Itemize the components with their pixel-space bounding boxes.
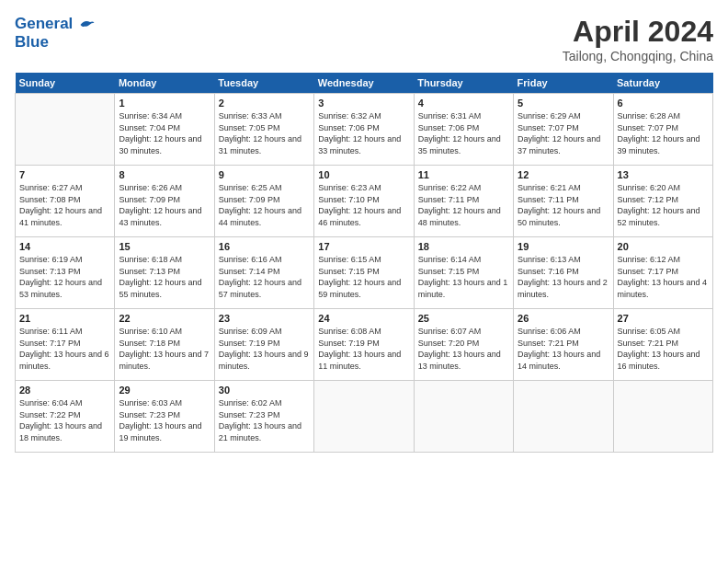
month-title: April 2024	[563, 15, 713, 49]
day-number: 1	[119, 98, 210, 109]
day-info: Sunrise: 6:08 AMSunset: 7:19 PMDaylight:…	[318, 326, 409, 372]
table-row	[16, 94, 115, 166]
day-info: Sunrise: 6:11 AMSunset: 7:17 PMDaylight:…	[19, 326, 110, 372]
title-block: April 2024 Tailong, Chongqing, China	[563, 15, 713, 63]
table-row: 24Sunrise: 6:08 AMSunset: 7:19 PMDayligh…	[314, 309, 414, 381]
day-number: 28	[19, 385, 110, 396]
calendar-week-row: 28Sunrise: 6:04 AMSunset: 7:22 PMDayligh…	[16, 381, 713, 453]
day-number: 8	[119, 169, 210, 180]
day-number: 9	[219, 169, 310, 180]
calendar-week-row: 21Sunrise: 6:11 AMSunset: 7:17 PMDayligh…	[16, 309, 713, 381]
day-info: Sunrise: 6:34 AMSunset: 7:04 PMDaylight:…	[119, 110, 210, 156]
day-info: Sunrise: 6:03 AMSunset: 7:23 PMDaylight:…	[119, 397, 210, 443]
day-number: 22	[119, 313, 210, 324]
table-row: 1Sunrise: 6:34 AMSunset: 7:04 PMDaylight…	[115, 94, 214, 166]
table-row: 23Sunrise: 6:09 AMSunset: 7:19 PMDayligh…	[214, 309, 313, 381]
page-container: General Blue April 2024 Tailong, Chongqi…	[0, 0, 728, 460]
day-info: Sunrise: 6:16 AMSunset: 7:14 PMDaylight:…	[219, 254, 310, 300]
logo: General Blue	[15, 15, 96, 51]
day-info: Sunrise: 6:23 AMSunset: 7:10 PMDaylight:…	[318, 182, 409, 228]
day-info: Sunrise: 6:13 AMSunset: 7:16 PMDaylight:…	[518, 254, 609, 300]
calendar-table: Sunday Monday Tuesday Wednesday Thursday…	[15, 73, 713, 453]
table-row: 20Sunrise: 6:12 AMSunset: 7:17 PMDayligh…	[613, 237, 712, 309]
day-info: Sunrise: 6:33 AMSunset: 7:05 PMDaylight:…	[219, 110, 310, 156]
table-row: 7Sunrise: 6:27 AMSunset: 7:08 PMDaylight…	[16, 166, 115, 237]
table-row	[314, 381, 414, 453]
table-row: 9Sunrise: 6:25 AMSunset: 7:09 PMDaylight…	[214, 166, 313, 237]
col-sunday: Sunday	[16, 73, 115, 94]
col-tuesday: Tuesday	[214, 73, 313, 94]
day-info: Sunrise: 6:07 AMSunset: 7:20 PMDaylight:…	[418, 326, 509, 372]
day-info: Sunrise: 6:12 AMSunset: 7:17 PMDaylight:…	[618, 254, 709, 300]
day-number: 30	[219, 385, 310, 396]
table-row	[613, 381, 712, 453]
table-row: 17Sunrise: 6:15 AMSunset: 7:15 PMDayligh…	[314, 237, 414, 309]
table-row: 19Sunrise: 6:13 AMSunset: 7:16 PMDayligh…	[514, 237, 613, 309]
day-info: Sunrise: 6:28 AMSunset: 7:07 PMDaylight:…	[618, 110, 709, 156]
day-info: Sunrise: 6:25 AMSunset: 7:09 PMDaylight:…	[219, 182, 310, 228]
day-number: 2	[219, 98, 310, 109]
table-row: 12Sunrise: 6:21 AMSunset: 7:11 PMDayligh…	[514, 166, 613, 237]
day-number: 10	[318, 169, 409, 180]
day-info: Sunrise: 6:27 AMSunset: 7:08 PMDaylight:…	[19, 182, 110, 228]
calendar-week-row: 1Sunrise: 6:34 AMSunset: 7:04 PMDaylight…	[16, 94, 713, 166]
day-number: 7	[19, 169, 110, 180]
day-number: 23	[219, 313, 310, 324]
table-row: 13Sunrise: 6:20 AMSunset: 7:12 PMDayligh…	[613, 166, 712, 237]
day-info: Sunrise: 6:20 AMSunset: 7:12 PMDaylight:…	[618, 182, 709, 228]
day-info: Sunrise: 6:06 AMSunset: 7:21 PMDaylight:…	[518, 326, 609, 372]
calendar-header-row: Sunday Monday Tuesday Wednesday Thursday…	[16, 73, 713, 94]
table-row: 3Sunrise: 6:32 AMSunset: 7:06 PMDaylight…	[314, 94, 414, 166]
day-info: Sunrise: 6:21 AMSunset: 7:11 PMDaylight:…	[518, 182, 609, 228]
col-friday: Friday	[514, 73, 613, 94]
table-row: 21Sunrise: 6:11 AMSunset: 7:17 PMDayligh…	[16, 309, 115, 381]
day-number: 17	[318, 241, 409, 252]
day-info: Sunrise: 6:32 AMSunset: 7:06 PMDaylight:…	[318, 110, 409, 156]
day-info: Sunrise: 6:09 AMSunset: 7:19 PMDaylight:…	[219, 326, 310, 372]
day-number: 27	[618, 313, 709, 324]
day-number: 26	[518, 313, 609, 324]
day-info: Sunrise: 6:18 AMSunset: 7:13 PMDaylight:…	[119, 254, 210, 300]
day-info: Sunrise: 6:14 AMSunset: 7:15 PMDaylight:…	[418, 254, 509, 300]
table-row: 8Sunrise: 6:26 AMSunset: 7:09 PMDaylight…	[115, 166, 214, 237]
table-row: 25Sunrise: 6:07 AMSunset: 7:20 PMDayligh…	[414, 309, 513, 381]
day-number: 5	[518, 98, 609, 109]
day-number: 15	[119, 241, 210, 252]
table-row: 6Sunrise: 6:28 AMSunset: 7:07 PMDaylight…	[613, 94, 712, 166]
day-info: Sunrise: 6:02 AMSunset: 7:23 PMDaylight:…	[219, 397, 310, 443]
day-number: 11	[418, 169, 509, 180]
day-number: 25	[418, 313, 509, 324]
day-number: 20	[618, 241, 709, 252]
col-saturday: Saturday	[613, 73, 712, 94]
day-number: 3	[318, 98, 409, 109]
day-number: 4	[418, 98, 509, 109]
day-info: Sunrise: 6:04 AMSunset: 7:22 PMDaylight:…	[19, 397, 110, 443]
day-info: Sunrise: 6:05 AMSunset: 7:21 PMDaylight:…	[618, 326, 709, 372]
calendar-week-row: 14Sunrise: 6:19 AMSunset: 7:13 PMDayligh…	[16, 237, 713, 309]
day-number: 24	[318, 313, 409, 324]
table-row: 28Sunrise: 6:04 AMSunset: 7:22 PMDayligh…	[16, 381, 115, 453]
table-row: 22Sunrise: 6:10 AMSunset: 7:18 PMDayligh…	[115, 309, 214, 381]
table-row: 2Sunrise: 6:33 AMSunset: 7:05 PMDaylight…	[214, 94, 313, 166]
col-wednesday: Wednesday	[314, 73, 414, 94]
table-row	[514, 381, 613, 453]
day-number: 16	[219, 241, 310, 252]
logo-bird-icon	[79, 17, 96, 33]
logo-blue: Blue	[15, 33, 96, 52]
table-row: 30Sunrise: 6:02 AMSunset: 7:23 PMDayligh…	[214, 381, 313, 453]
page-header: General Blue April 2024 Tailong, Chongqi…	[15, 15, 713, 63]
day-number: 13	[618, 169, 709, 180]
table-row: 5Sunrise: 6:29 AMSunset: 7:07 PMDaylight…	[514, 94, 613, 166]
table-row: 15Sunrise: 6:18 AMSunset: 7:13 PMDayligh…	[115, 237, 214, 309]
table-row: 14Sunrise: 6:19 AMSunset: 7:13 PMDayligh…	[16, 237, 115, 309]
day-info: Sunrise: 6:29 AMSunset: 7:07 PMDaylight:…	[518, 110, 609, 156]
day-number: 6	[618, 98, 709, 109]
table-row: 27Sunrise: 6:05 AMSunset: 7:21 PMDayligh…	[613, 309, 712, 381]
col-monday: Monday	[115, 73, 214, 94]
logo-general: General	[15, 15, 73, 32]
day-info: Sunrise: 6:26 AMSunset: 7:09 PMDaylight:…	[119, 182, 210, 228]
day-number: 21	[19, 313, 110, 324]
day-number: 29	[119, 385, 210, 396]
table-row: 11Sunrise: 6:22 AMSunset: 7:11 PMDayligh…	[414, 166, 513, 237]
table-row: 18Sunrise: 6:14 AMSunset: 7:15 PMDayligh…	[414, 237, 513, 309]
